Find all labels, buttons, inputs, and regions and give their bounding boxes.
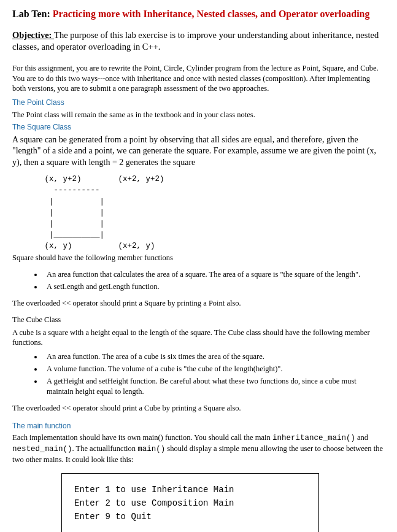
main-para-prefix: Each implementation should have its own … (12, 433, 272, 442)
code-inheritance-main: inheritance_main() (272, 434, 355, 442)
main-function-paragraph: Each implementation should have its own … (12, 433, 385, 465)
main-function-heading: The main function (12, 421, 385, 431)
menu-line: Enter 9 to Quit (74, 511, 306, 524)
main-para-mid1: and (355, 433, 368, 442)
square-class-intro: A square can be generated from a point b… (12, 134, 385, 169)
main-para-mid2: . The actuallfunction (72, 444, 138, 453)
square-ascii-diagram: (x, y+2) (x+2, y+2) ---------- | | | | |… (12, 174, 385, 252)
square-overload-note: The overloaded << operator should print … (12, 298, 385, 309)
square-bullets: An area function that calculates the are… (43, 269, 385, 292)
cube-overload-note: The overloaded << operator should print … (12, 403, 385, 414)
lab-number: Lab Ten: (12, 9, 53, 19)
point-class-heading: The Point Class (12, 98, 385, 107)
list-item: An area function that calculates the are… (43, 269, 385, 280)
objective-label: Objective: (12, 30, 54, 40)
square-class-heading: The Square Class (12, 122, 385, 132)
cube-class-heading: The Cube Class (12, 315, 385, 325)
lab-title: Lab Ten: Practicing more with Inheritanc… (12, 7, 385, 21)
list-item: A volume function. The volume of a cube … (43, 364, 385, 374)
list-item: An area function. The area of a cube is … (43, 352, 385, 362)
list-item: A setLength and getLength function. (43, 282, 385, 292)
code-main: main() (137, 445, 165, 453)
square-functions-intro: Square should have the following member … (12, 253, 385, 263)
cube-bullets: An area function. The area of a cube is … (43, 352, 385, 397)
assignment-paragraph: For this assignment, you are to rewrite … (12, 63, 385, 94)
menu-line: Enter 2 to use Composition Main (74, 497, 306, 511)
objective-paragraph: Objective: The purpose of this lab exerc… (12, 29, 385, 53)
menu-example-box: Enter 1 to use Inheritance Main Enter 2 … (61, 473, 319, 532)
menu-line: Enter 1 to use Inheritance Main (74, 484, 306, 497)
objective-text: The purpose of this lab exercise is to i… (12, 30, 379, 52)
point-class-body: The Point class will remain the same as … (12, 110, 385, 120)
list-item: A getHeight and setHeight function. Be c… (43, 376, 385, 397)
code-nested-main: nested_main() (12, 445, 72, 453)
cube-class-intro: A cube is a square with a height equal t… (12, 328, 385, 349)
lab-subtitle: Practicing more with Inheritance, Nested… (53, 9, 370, 19)
